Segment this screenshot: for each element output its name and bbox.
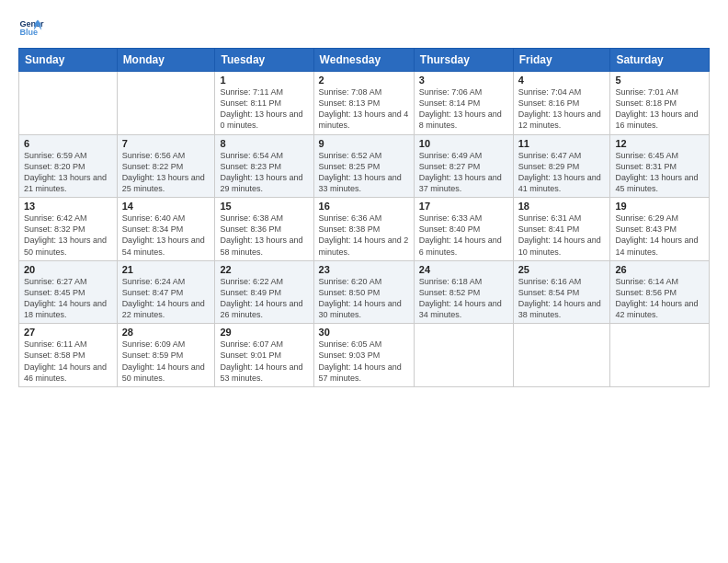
day-number: 16 [319, 201, 409, 212]
day-number: 13 [24, 201, 112, 212]
calendar-cell: 18Sunrise: 6:31 AM Sunset: 8:41 PM Dayli… [513, 198, 610, 261]
weekday-header: Monday [117, 49, 215, 72]
day-info: Sunrise: 7:06 AM Sunset: 8:14 PM Dayligh… [419, 86, 508, 132]
day-number: 12 [615, 138, 704, 149]
day-info: Sunrise: 6:18 AM Sunset: 8:52 PM Dayligh… [419, 276, 508, 321]
day-number: 24 [419, 264, 508, 275]
day-info: Sunrise: 6:14 AM Sunset: 8:56 PM Dayligh… [615, 276, 704, 321]
day-info: Sunrise: 6:09 AM Sunset: 8:59 PM Dayligh… [122, 339, 210, 384]
calendar-cell: 8Sunrise: 6:54 AM Sunset: 8:23 PM Daylig… [215, 134, 313, 198]
day-number: 8 [220, 138, 308, 149]
header: General Blue [18, 15, 710, 40]
day-info: Sunrise: 6:31 AM Sunset: 8:41 PM Dayligh… [518, 213, 606, 258]
weekday-header: Tuesday [215, 49, 313, 72]
day-number: 28 [122, 327, 210, 338]
day-number: 10 [419, 138, 508, 149]
calendar-cell: 9Sunrise: 6:52 AM Sunset: 8:25 PM Daylig… [313, 134, 414, 198]
day-info: Sunrise: 6:45 AM Sunset: 8:31 PM Dayligh… [615, 150, 704, 195]
calendar-cell [513, 324, 610, 387]
calendar-cell [117, 72, 215, 135]
day-number: 6 [24, 138, 112, 149]
day-info: Sunrise: 6:42 AM Sunset: 8:32 PM Dayligh… [24, 213, 112, 258]
day-info: Sunrise: 6:54 AM Sunset: 8:23 PM Dayligh… [220, 150, 308, 195]
day-info: Sunrise: 6:49 AM Sunset: 8:27 PM Dayligh… [419, 150, 508, 195]
calendar-cell: 25Sunrise: 6:16 AM Sunset: 8:54 PM Dayli… [513, 260, 610, 324]
calendar-cell: 26Sunrise: 6:14 AM Sunset: 8:56 PM Dayli… [610, 260, 710, 324]
day-number: 1 [220, 75, 308, 86]
day-info: Sunrise: 7:08 AM Sunset: 8:13 PM Dayligh… [319, 86, 409, 132]
day-info: Sunrise: 6:38 AM Sunset: 8:36 PM Dayligh… [220, 213, 308, 258]
day-number: 23 [319, 264, 409, 275]
day-info: Sunrise: 6:07 AM Sunset: 9:01 PM Dayligh… [220, 339, 308, 384]
day-info: Sunrise: 6:24 AM Sunset: 8:47 PM Dayligh… [122, 276, 210, 321]
weekday-header: Friday [513, 49, 610, 72]
logo: General Blue [18, 15, 48, 40]
svg-text:Blue: Blue [19, 28, 38, 37]
calendar-cell: 29Sunrise: 6:07 AM Sunset: 9:01 PM Dayli… [215, 324, 313, 387]
calendar-cell: 15Sunrise: 6:38 AM Sunset: 8:36 PM Dayli… [215, 198, 313, 261]
calendar-cell: 24Sunrise: 6:18 AM Sunset: 8:52 PM Dayli… [414, 260, 513, 324]
day-info: Sunrise: 6:56 AM Sunset: 8:22 PM Dayligh… [122, 150, 210, 195]
calendar-cell: 20Sunrise: 6:27 AM Sunset: 8:45 PM Dayli… [19, 260, 118, 324]
day-number: 17 [419, 201, 508, 212]
calendar-cell: 2Sunrise: 7:08 AM Sunset: 8:13 PM Daylig… [313, 72, 414, 135]
calendar-cell: 22Sunrise: 6:22 AM Sunset: 8:49 PM Dayli… [215, 260, 313, 324]
day-info: Sunrise: 6:33 AM Sunset: 8:40 PM Dayligh… [419, 213, 508, 258]
day-info: Sunrise: 6:40 AM Sunset: 8:34 PM Dayligh… [122, 213, 210, 258]
weekday-header: Sunday [19, 49, 118, 72]
day-info: Sunrise: 7:11 AM Sunset: 8:11 PM Dayligh… [220, 86, 308, 132]
day-info: Sunrise: 6:05 AM Sunset: 9:03 PM Dayligh… [319, 339, 409, 384]
calendar-cell: 6Sunrise: 6:59 AM Sunset: 8:20 PM Daylig… [19, 134, 118, 198]
weekday-header: Thursday [414, 49, 513, 72]
day-number: 11 [518, 138, 606, 149]
day-number: 15 [220, 201, 308, 212]
calendar-cell: 1Sunrise: 7:11 AM Sunset: 8:11 PM Daylig… [215, 72, 313, 135]
calendar-cell [610, 324, 710, 387]
day-number: 2 [319, 75, 409, 86]
day-number: 30 [319, 327, 409, 338]
calendar-cell: 11Sunrise: 6:47 AM Sunset: 8:29 PM Dayli… [513, 134, 610, 198]
day-number: 19 [615, 201, 704, 212]
day-info: Sunrise: 6:27 AM Sunset: 8:45 PM Dayligh… [24, 276, 112, 321]
calendar-cell: 27Sunrise: 6:11 AM Sunset: 8:58 PM Dayli… [19, 324, 118, 387]
day-number: 3 [419, 75, 508, 86]
day-number: 29 [220, 327, 308, 338]
calendar-cell: 4Sunrise: 7:04 AM Sunset: 8:16 PM Daylig… [513, 72, 610, 135]
day-number: 9 [319, 138, 409, 149]
day-info: Sunrise: 6:20 AM Sunset: 8:50 PM Dayligh… [319, 276, 409, 321]
page: General Blue SundayMondayTuesdayWednesda… [0, 0, 728, 563]
day-info: Sunrise: 6:29 AM Sunset: 8:43 PM Dayligh… [615, 213, 704, 258]
day-info: Sunrise: 7:04 AM Sunset: 8:16 PM Dayligh… [518, 86, 606, 132]
day-info: Sunrise: 6:59 AM Sunset: 8:20 PM Dayligh… [24, 150, 112, 195]
day-number: 14 [122, 201, 210, 212]
day-info: Sunrise: 7:01 AM Sunset: 8:18 PM Dayligh… [615, 86, 704, 132]
day-number: 25 [518, 264, 606, 275]
calendar-cell [414, 324, 513, 387]
day-info: Sunrise: 6:47 AM Sunset: 8:29 PM Dayligh… [518, 150, 606, 195]
day-number: 7 [122, 138, 210, 149]
calendar-cell: 23Sunrise: 6:20 AM Sunset: 8:50 PM Dayli… [313, 260, 414, 324]
day-info: Sunrise: 6:11 AM Sunset: 8:58 PM Dayligh… [24, 339, 112, 384]
calendar-cell: 10Sunrise: 6:49 AM Sunset: 8:27 PM Dayli… [414, 134, 513, 198]
calendar-cell: 3Sunrise: 7:06 AM Sunset: 8:14 PM Daylig… [414, 72, 513, 135]
calendar-cell: 30Sunrise: 6:05 AM Sunset: 9:03 PM Dayli… [313, 324, 414, 387]
day-number: 18 [518, 201, 606, 212]
day-number: 20 [24, 264, 112, 275]
calendar-cell: 28Sunrise: 6:09 AM Sunset: 8:59 PM Dayli… [117, 324, 215, 387]
calendar-cell: 5Sunrise: 7:01 AM Sunset: 8:18 PM Daylig… [610, 72, 710, 135]
day-number: 27 [24, 327, 112, 338]
calendar-cell: 7Sunrise: 6:56 AM Sunset: 8:22 PM Daylig… [117, 134, 215, 198]
calendar-cell: 17Sunrise: 6:33 AM Sunset: 8:40 PM Dayli… [414, 198, 513, 261]
weekday-header: Wednesday [313, 49, 414, 72]
day-number: 5 [615, 75, 704, 86]
calendar-cell: 13Sunrise: 6:42 AM Sunset: 8:32 PM Dayli… [19, 198, 118, 261]
day-number: 22 [220, 264, 308, 275]
calendar-cell: 12Sunrise: 6:45 AM Sunset: 8:31 PM Dayli… [610, 134, 710, 198]
calendar-cell: 14Sunrise: 6:40 AM Sunset: 8:34 PM Dayli… [117, 198, 215, 261]
calendar: SundayMondayTuesdayWednesdayThursdayFrid… [18, 48, 710, 387]
calendar-cell: 19Sunrise: 6:29 AM Sunset: 8:43 PM Dayli… [610, 198, 710, 261]
day-info: Sunrise: 6:16 AM Sunset: 8:54 PM Dayligh… [518, 276, 606, 321]
day-info: Sunrise: 6:22 AM Sunset: 8:49 PM Dayligh… [220, 276, 308, 321]
day-number: 26 [615, 264, 704, 275]
calendar-cell: 16Sunrise: 6:36 AM Sunset: 8:38 PM Dayli… [313, 198, 414, 261]
